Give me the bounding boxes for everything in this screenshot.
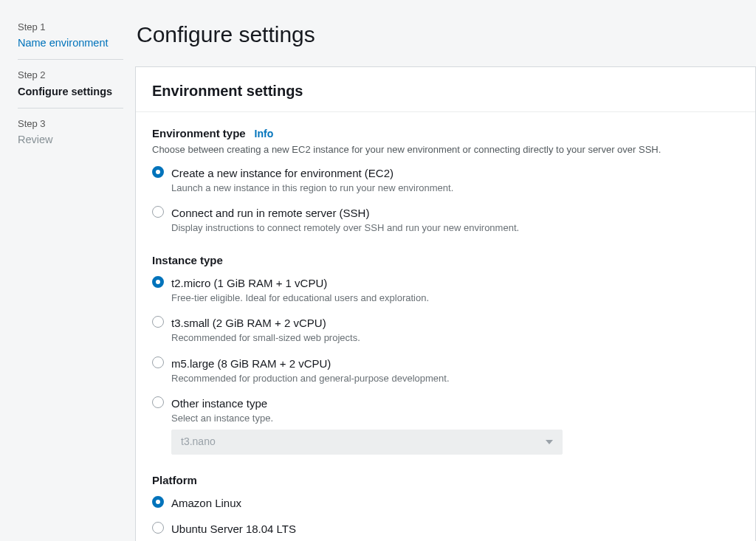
step-separator <box>18 59 123 60</box>
settings-panel: Environment settings Environment type In… <box>135 66 756 541</box>
radio-icon[interactable] <box>152 522 164 534</box>
env-type-head: Environment type Info <box>152 125 739 142</box>
platform-option-amazon-linux[interactable]: Amazon Linux <box>152 495 739 511</box>
instance-option-t3small[interactable]: t3.small (2 GiB RAM + 2 vCPU) Recommende… <box>152 315 739 345</box>
step-2-name: Configure settings <box>18 84 123 99</box>
step-1-label: Step 1 <box>18 21 123 34</box>
step-2-block[interactable]: Step 2 Configure settings <box>18 69 123 107</box>
radio-icon[interactable] <box>152 276 164 288</box>
radio-icon[interactable] <box>152 496 164 508</box>
radio-label: Ubuntu Server 18.04 LTS <box>171 521 296 537</box>
panel-title: Environment settings <box>136 67 755 112</box>
radio-label: Connect and run in remote server (SSH) <box>171 205 519 221</box>
radio-label: Other instance type <box>171 396 273 411</box>
radio-icon[interactable] <box>152 166 164 178</box>
radio-icon[interactable] <box>152 356 164 368</box>
step-1-block[interactable]: Step 1 Name environment <box>18 21 123 59</box>
step-2-label: Step 2 <box>18 69 123 82</box>
radio-icon[interactable] <box>152 206 164 218</box>
page-title: Configure settings <box>137 19 756 50</box>
radio-label: t2.micro (1 GiB RAM + 1 vCPU) <box>171 275 429 291</box>
step-3-block[interactable]: Step 3 Review <box>18 117 123 156</box>
instance-option-m5large[interactable]: m5.large (8 GiB RAM + 2 vCPU) Recommende… <box>152 356 739 385</box>
step-3-name: Review <box>18 132 123 147</box>
radio-desc: Select an instance type. <box>171 412 273 425</box>
radio-desc: Free-tier eligible. Ideal for educationa… <box>171 292 429 305</box>
platform-title: Platform <box>152 472 739 488</box>
env-type-title: Environment type <box>152 127 246 139</box>
radio-icon[interactable] <box>152 316 164 328</box>
instance-option-t2micro[interactable]: t2.micro (1 GiB RAM + 1 vCPU) Free-tier … <box>152 275 739 305</box>
platform-option-ubuntu[interactable]: Ubuntu Server 18.04 LTS <box>152 521 739 537</box>
radio-label: Amazon Linux <box>171 495 241 511</box>
radio-label: Create a new instance for environment (E… <box>171 165 453 181</box>
step-3-label: Step 3 <box>18 117 123 131</box>
instance-type-title: Instance type <box>152 252 739 268</box>
radio-desc: Recommended for production and general-p… <box>171 372 450 385</box>
instance-option-other[interactable]: Other instance type Select an instance t… <box>152 396 739 425</box>
radio-icon[interactable] <box>152 396 164 408</box>
info-link[interactable]: Info <box>255 128 274 139</box>
other-instance-select[interactable]: t3.nano <box>171 430 563 455</box>
radio-label: t3.small (2 GiB RAM + 2 vCPU) <box>171 315 360 331</box>
select-value: t3.nano <box>181 435 216 449</box>
step-1-name[interactable]: Name environment <box>18 35 123 50</box>
env-type-desc: Choose between creating a new EC2 instan… <box>152 143 739 156</box>
radio-desc: Display instructions to connect remotely… <box>171 221 519 235</box>
panel-body: Environment type Info Choose between cre… <box>136 112 755 541</box>
wizard-sidebar: Step 1 Name environment Step 2 Configure… <box>0 0 135 541</box>
step-separator <box>18 108 123 108</box>
env-type-option-ec2[interactable]: Create a new instance for environment (E… <box>152 165 739 195</box>
radio-desc: Launch a new instance in this region to … <box>171 182 453 195</box>
main-content: Configure settings Environment settings … <box>135 0 756 541</box>
radio-label: m5.large (8 GiB RAM + 2 vCPU) <box>171 356 450 371</box>
radio-desc: Recommended for small-sized web projects… <box>171 331 360 345</box>
env-type-option-ssh[interactable]: Connect and run in remote server (SSH) D… <box>152 205 739 235</box>
chevron-down-icon <box>546 440 553 444</box>
